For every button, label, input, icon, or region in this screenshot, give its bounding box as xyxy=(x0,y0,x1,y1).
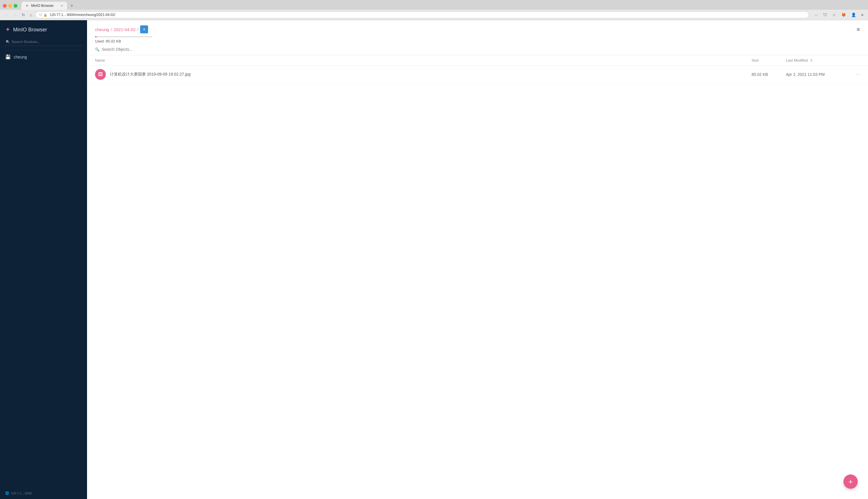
sidebar-bucket-label: cheung xyxy=(14,55,27,59)
browser-chrome: ✦ MinIO Browser ✕ + ← → ↻ ⌂ 🛡 🔒 120.77.1… xyxy=(0,0,868,20)
content-menu-button[interactable]: ≡ xyxy=(857,26,860,33)
shield-icon: 🛡 xyxy=(39,13,42,17)
storage-bar-track xyxy=(95,36,152,37)
url-bar[interactable]: 🛡 🔒 120.77.1...:9000/minio/cheung/2021-0… xyxy=(35,11,809,18)
breadcrumb-folder-link[interactable]: 2021-04-02 xyxy=(114,27,135,32)
file-icon-glyph: 🖼 xyxy=(98,72,103,77)
sidebar-footer: 🌐 120.7.1...:9000 xyxy=(0,487,87,499)
globe-icon: 🌐 xyxy=(5,491,9,495)
extensions-button[interactable]: 🦊 xyxy=(840,12,847,18)
sidebar-search-area: 🔍 xyxy=(0,38,87,50)
shield-action-button[interactable]: 🛡 xyxy=(822,12,828,18)
sidebar-item-cheung[interactable]: 💾 cheung xyxy=(0,50,87,64)
forward-button[interactable]: → xyxy=(12,11,18,18)
back-button[interactable]: ← xyxy=(3,11,10,18)
col-size-header: Size xyxy=(752,58,786,62)
sidebar-search-wrapper: 🔍 xyxy=(4,38,82,46)
lock-icon: 🔒 xyxy=(43,13,47,17)
browser-actions: ··· 🛡 ☆ 🦊 👤 ≡ xyxy=(813,12,865,18)
close-window-button[interactable] xyxy=(3,4,7,8)
minio-logo-icon: ✦ xyxy=(5,26,10,33)
profile-button[interactable]: 👤 xyxy=(850,12,857,18)
file-size-text: 85.02 KB xyxy=(752,72,786,77)
search-objects-input[interactable] xyxy=(102,47,860,52)
app: ✦ MinIO Browser 🔍 💾 cheung 🌐 120.7.1...:… xyxy=(0,20,868,499)
search-objects-wrapper: 🔍 xyxy=(87,44,868,55)
sidebar: ✦ MinIO Browser 🔍 💾 cheung 🌐 120.7.1...:… xyxy=(0,20,87,499)
window-controls xyxy=(3,4,17,8)
fab-upload-button[interactable]: + xyxy=(843,474,858,489)
storage-bar-fill xyxy=(95,36,97,37)
file-modified-text: Apr 2, 2021 11:03 PM xyxy=(786,72,848,77)
address-bar: ← → ↻ ⌂ 🛡 🔒 120.77.1...:9000/minio/cheun… xyxy=(0,10,868,20)
content-topbar: cheung / 2021-04-02 / + ≡ xyxy=(87,20,868,33)
url-security-icons: 🛡 🔒 xyxy=(39,13,47,17)
new-tab-button[interactable]: + xyxy=(68,2,75,9)
tab-close-button[interactable]: ✕ xyxy=(60,4,63,8)
file-type-icon: 🖼 xyxy=(95,69,106,80)
storage-info: Used: 85.02 KB xyxy=(87,33,868,44)
bucket-icon: 💾 xyxy=(5,54,11,60)
minimize-window-button[interactable] xyxy=(8,4,12,8)
sidebar-search-icon: 🔍 xyxy=(6,40,10,44)
col-modified-header: Last Modified ⇅ xyxy=(786,58,848,62)
footer-server-text: 120.7.1...:9000 xyxy=(11,491,32,495)
url-text: 120.77.1...:9000/minio/cheung/2021-04-02… xyxy=(50,13,805,17)
sidebar-app-title: MinIO Browser xyxy=(13,27,47,33)
breadcrumb-sep-2: / xyxy=(137,27,139,32)
file-actions-button[interactable]: ··· xyxy=(848,72,860,77)
col-name-header: Name xyxy=(95,58,752,62)
active-tab[interactable]: ✦ MinIO Browser ✕ xyxy=(21,2,67,10)
breadcrumb-bucket-link[interactable]: cheung xyxy=(95,27,109,32)
main-content: cheung / 2021-04-02 / + ≡ Used: 85.02 KB… xyxy=(87,20,868,499)
home-button[interactable]: ⌂ xyxy=(28,11,33,18)
bookmark-button[interactable]: ☆ xyxy=(831,12,837,18)
search-buckets-input[interactable] xyxy=(4,38,82,46)
sidebar-header: ✦ MinIO Browser xyxy=(0,20,87,38)
add-folder-button[interactable]: + xyxy=(140,25,148,33)
tab-favicon-icon: ✦ xyxy=(25,3,29,8)
maximize-window-button[interactable] xyxy=(14,4,17,8)
browser-menu-button[interactable]: ≡ xyxy=(860,12,865,18)
tab-bar: ✦ MinIO Browser ✕ + xyxy=(0,0,868,10)
table-row[interactable]: 🖼 计算机设计大赛国赛 2019-09-09 19.02.27.jpg 85.0… xyxy=(87,65,868,84)
file-table: Name Size Last Modified ⇅ 🖼 计算机设计大赛国赛 20… xyxy=(87,55,868,499)
file-name-text: 计算机设计大赛国赛 2019-09-09 19.02.27.jpg xyxy=(110,72,752,77)
file-table-header: Name Size Last Modified ⇅ xyxy=(87,55,868,65)
storage-used-text: Used: 85.02 KB xyxy=(95,39,121,43)
breadcrumb: cheung / 2021-04-02 / + xyxy=(95,25,148,33)
breadcrumb-sep-1: / xyxy=(111,27,112,32)
sort-icon[interactable]: ⇅ xyxy=(810,59,813,62)
tab-title: MinIO Browser xyxy=(31,4,53,8)
search-objects-icon: 🔍 xyxy=(95,47,99,52)
reload-button[interactable]: ↻ xyxy=(21,11,26,18)
more-options-button[interactable]: ··· xyxy=(813,12,819,18)
